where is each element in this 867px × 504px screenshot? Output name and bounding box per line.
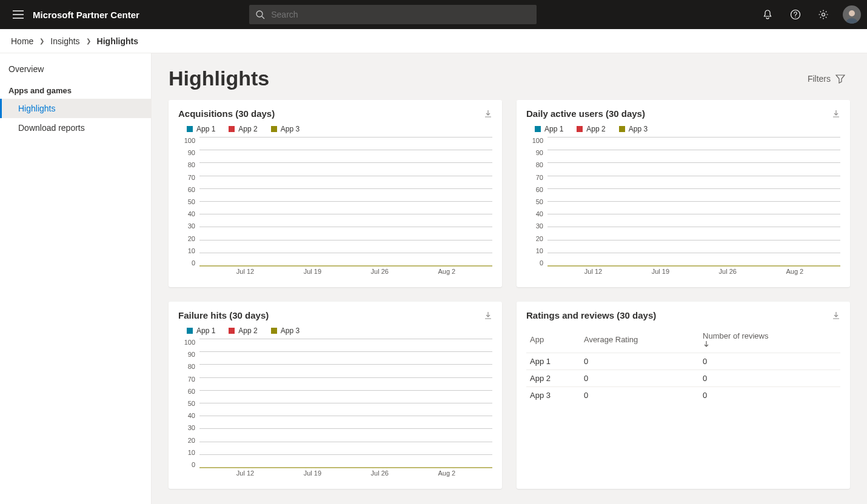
download-button[interactable] (832, 110, 840, 118)
y-tick: 50 (178, 400, 195, 407)
table-header-app[interactable]: App (526, 327, 580, 353)
legend-item: App 3 (271, 327, 300, 335)
y-tick: 80 (178, 363, 195, 370)
filters-button[interactable]: Filters (803, 71, 850, 86)
card-ratings-and-reviews: Ratings and reviews (30 days) App Averag… (517, 302, 850, 489)
settings-button[interactable] (812, 4, 834, 25)
download-icon (484, 311, 492, 320)
sidebar-section-apps-and-games: Apps and games (0, 79, 151, 99)
chevron-right-icon: ❯ (86, 38, 91, 44)
cell-avg: 0 (580, 387, 699, 404)
legend-label: App 2 (238, 327, 257, 335)
y-tick: 20 (178, 235, 195, 242)
brand-title: Microsoft Partner Center (33, 10, 139, 20)
legend-item: App 1 (187, 125, 215, 133)
y-axis: 1009080706050403020100 (526, 137, 547, 276)
card-daily-active-users: Daily active users (30 days) App 1 App 2… (517, 100, 850, 287)
y-tick: 60 (178, 388, 195, 395)
y-tick: 90 (178, 149, 195, 156)
legend-label: App 1 (196, 327, 215, 335)
legend-swatch (229, 328, 235, 334)
table-row: App 300 (526, 387, 840, 404)
table-header-number-of-reviews[interactable]: Number of reviews (699, 327, 840, 353)
chart-plot: Jul 12Jul 19Jul 26Aug 2 (547, 137, 840, 276)
card-title-acquisitions: Acquisitions (30 days) (178, 108, 275, 119)
table-row: App 100 (526, 353, 840, 370)
sidebar-item-highlights[interactable]: Highlights (0, 99, 151, 118)
y-tick: 50 (178, 198, 195, 205)
sidebar-item-download-reports[interactable]: Download reports (0, 118, 151, 138)
chart-daily-active-users: 1009080706050403020100 Jul 12Jul 19Jul 2… (526, 137, 840, 276)
x-tick: Aug 2 (786, 268, 803, 276)
y-tick: 70 (526, 174, 543, 181)
y-tick: 30 (526, 222, 543, 230)
y-tick: 40 (178, 210, 195, 217)
x-axis: Jul 12Jul 19Jul 26Aug 2 (199, 268, 492, 276)
search-icon (255, 10, 265, 19)
legend-swatch (187, 328, 193, 334)
svg-point-2 (822, 13, 825, 16)
y-tick: 100 (178, 137, 195, 144)
legend-item: App 1 (187, 327, 215, 335)
legend-item: App 1 (535, 125, 563, 133)
legend-label: App 1 (196, 125, 215, 133)
card-title-ratings-and-reviews: Ratings and reviews (30 days) (526, 310, 656, 320)
chevron-right-icon: ❯ (39, 38, 44, 44)
x-axis: Jul 12Jul 19Jul 26Aug 2 (199, 469, 492, 478)
legend-label: App 3 (281, 125, 300, 133)
x-tick: Jul 26 (371, 469, 389, 478)
legend-label: App 2 (586, 125, 605, 133)
y-tick: 50 (526, 198, 543, 205)
y-tick: 70 (178, 174, 195, 181)
y-tick: 100 (526, 137, 543, 144)
ratings-table: App Average Rating Number of reviews App… (526, 327, 840, 403)
cell-avg: 0 (580, 353, 699, 370)
hamburger-menu-button[interactable] (6, 2, 30, 27)
chart-legend: App 1 App 2 App 3 (187, 125, 492, 133)
x-tick: Jul 19 (304, 268, 321, 276)
x-tick: Jul 19 (304, 469, 321, 478)
download-button[interactable] (832, 311, 840, 320)
x-axis: Jul 12Jul 19Jul 26Aug 2 (547, 268, 840, 276)
legend-item: App 3 (619, 125, 648, 133)
content-area: Highlights Filters Acquisitions (30 days… (152, 53, 867, 504)
y-tick: 40 (526, 210, 543, 217)
help-button[interactable] (785, 4, 806, 25)
legend-item: App 2 (229, 125, 257, 133)
y-axis: 1009080706050403020100 (178, 339, 199, 478)
x-tick: Jul 12 (236, 469, 254, 478)
filter-icon (835, 74, 845, 84)
table-header-label: Number of reviews (703, 331, 768, 340)
y-tick: 90 (526, 149, 543, 156)
cell-num: 0 (699, 387, 840, 404)
x-tick: Aug 2 (438, 469, 455, 478)
chart-legend: App 1 App 2 App 3 (535, 125, 840, 133)
sidebar: Overview Apps and games Highlights Downl… (0, 53, 152, 504)
y-tick: 0 (178, 259, 195, 267)
sidebar-item-overview[interactable]: Overview (0, 59, 151, 79)
cell-app: App 1 (526, 353, 580, 370)
breadcrumb-insights[interactable]: Insights (50, 36, 79, 46)
legend-item: App 2 (577, 125, 605, 133)
breadcrumb-home[interactable]: Home (11, 36, 33, 46)
cell-avg: 0 (580, 370, 699, 387)
table-header-average-rating[interactable]: Average Rating (580, 327, 699, 353)
gridlines (547, 137, 840, 267)
search-box[interactable] (249, 5, 537, 24)
legend-swatch (271, 328, 277, 334)
cell-num: 0 (699, 353, 840, 370)
hamburger-icon (13, 10, 24, 19)
search-input[interactable] (271, 10, 531, 19)
y-tick: 10 (526, 247, 543, 254)
avatar-icon (843, 7, 860, 24)
download-icon (484, 110, 492, 118)
notifications-button[interactable] (757, 4, 778, 25)
legend-label: App 3 (629, 125, 648, 133)
card-title-failure-hits: Failure hits (30 days) (178, 310, 269, 320)
download-button[interactable] (484, 110, 492, 118)
download-button[interactable] (484, 311, 492, 320)
chart-plot: Jul 12Jul 19Jul 26Aug 2 (199, 339, 492, 478)
y-tick: 0 (526, 259, 543, 267)
user-avatar[interactable] (843, 5, 861, 24)
y-tick: 20 (526, 235, 543, 242)
